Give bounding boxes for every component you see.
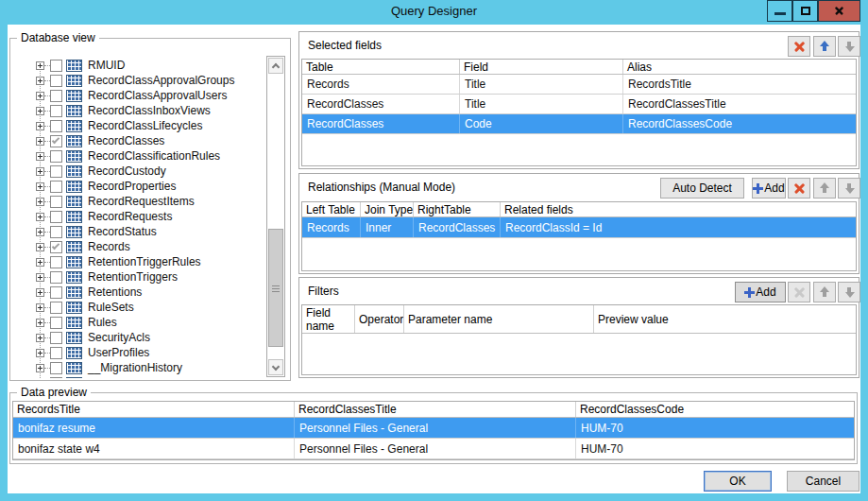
- expand-icon[interactable]: [36, 107, 44, 115]
- expand-icon[interactable]: [36, 92, 44, 100]
- cancel-button[interactable]: Cancel: [787, 471, 859, 492]
- tree-item[interactable]: RuleSets: [27, 300, 256, 315]
- expand-icon[interactable]: [36, 137, 44, 146]
- ok-button[interactable]: OK: [704, 471, 772, 492]
- delete-icon: [794, 287, 805, 298]
- auto-detect-button[interactable]: Auto Detect: [660, 178, 744, 199]
- expand-icon[interactable]: [36, 243, 44, 251]
- table-row[interactable]: RecordsInnerRecordClassesRecordClassId =…: [302, 217, 856, 238]
- tree-item[interactable]: RecordClassLifecycles: [27, 118, 256, 133]
- tree-checkbox[interactable]: [50, 181, 62, 193]
- tree-checkbox[interactable]: [50, 196, 62, 208]
- tree-checkbox[interactable]: [50, 256, 62, 268]
- tree-checkbox[interactable]: [50, 317, 62, 329]
- table-icon: [66, 90, 82, 102]
- expand-icon[interactable]: [36, 364, 44, 372]
- tree-checkbox[interactable]: [50, 105, 62, 117]
- expand-icon[interactable]: [36, 349, 44, 357]
- expand-icon[interactable]: [36, 319, 44, 327]
- expand-icon[interactable]: [36, 303, 44, 312]
- database-view-group: Database view RMUIDRecordClassApprovalGr…: [9, 38, 291, 381]
- tree-item[interactable]: RecordClassApprovalUsers: [27, 88, 256, 103]
- column-header: Join Type: [361, 202, 414, 216]
- tree-item[interactable]: UserProfiles: [27, 345, 256, 360]
- selected-fields-move-down-button[interactable]: [838, 36, 860, 57]
- tree-item[interactable]: Retentions: [27, 285, 256, 300]
- tree-checkbox[interactable]: [50, 347, 62, 359]
- expand-icon[interactable]: [36, 228, 44, 236]
- filters-move-down-button[interactable]: [838, 282, 860, 302]
- expand-icon[interactable]: [36, 152, 44, 161]
- tree-item[interactable]: RecordClassificationRules: [27, 148, 256, 164]
- expand-icon[interactable]: [36, 122, 44, 130]
- titlebar[interactable]: Query Designer: [0, 0, 868, 25]
- close-button[interactable]: [818, 0, 860, 22]
- tree-checkbox[interactable]: [50, 75, 62, 87]
- tree-checkbox[interactable]: [50, 165, 62, 178]
- tree-item[interactable]: [27, 375, 256, 378]
- expand-icon[interactable]: [36, 61, 44, 70]
- tree-item[interactable]: RecordStatus: [27, 224, 256, 239]
- selected-fields-delete-button[interactable]: [788, 36, 810, 57]
- tree-checkbox[interactable]: [50, 120, 62, 132]
- expand-icon[interactable]: [36, 288, 44, 297]
- tree-item[interactable]: SecurityAcls: [27, 330, 256, 345]
- tree-item[interactable]: RecordCustody: [27, 164, 256, 179]
- tree-checkbox[interactable]: [50, 377, 62, 379]
- filters-delete-button[interactable]: [788, 282, 810, 302]
- filters-move-up-button[interactable]: [813, 282, 836, 302]
- table-cell: RecordClassesTitle: [623, 95, 856, 113]
- tree-checkbox[interactable]: [50, 271, 62, 284]
- scroll-down-button[interactable]: [268, 359, 283, 375]
- table-row[interactable]: bonifaz resumePersonnel Files - GeneralH…: [13, 418, 854, 439]
- tree-item[interactable]: RMUID: [27, 58, 256, 73]
- tree-item[interactable]: Rules: [27, 315, 256, 330]
- tree-item[interactable]: RetentionTriggers: [27, 269, 256, 285]
- table-row[interactable]: RecordClassesCodeRecordClassesCode: [302, 114, 856, 134]
- tree-checkbox[interactable]: [50, 241, 62, 253]
- tree-item[interactable]: RecordClassApprovalGroups: [27, 73, 256, 88]
- tree-checkbox[interactable]: [50, 60, 62, 72]
- expand-icon[interactable]: [36, 198, 44, 206]
- scrollbar-thumb[interactable]: [268, 229, 283, 347]
- scroll-up-button[interactable]: [268, 58, 283, 74]
- tree-checkbox[interactable]: [50, 286, 62, 299]
- expand-icon[interactable]: [36, 182, 44, 191]
- relationships-add-button[interactable]: Add: [752, 178, 786, 199]
- table-row[interactable]: bonifaz state w4Personnel Files - Genera…: [13, 439, 854, 459]
- tree-checkbox[interactable]: [50, 135, 62, 147]
- minimize-button[interactable]: [767, 0, 792, 22]
- expand-icon[interactable]: [36, 77, 44, 85]
- tree-item[interactable]: RecordClassInboxViews: [27, 103, 256, 118]
- tree-item[interactable]: RecordClasses: [27, 133, 256, 148]
- tree-checkbox[interactable]: [50, 211, 62, 223]
- tree-checkbox[interactable]: [50, 226, 62, 238]
- tree-item[interactable]: RetentionTriggerRules: [27, 254, 256, 269]
- tree-checkbox[interactable]: [50, 332, 62, 344]
- table-header-row: Left TableJoin TypeRightTableRelated fie…: [302, 202, 856, 217]
- tree-checkbox[interactable]: [50, 362, 62, 374]
- expand-icon[interactable]: [36, 167, 44, 176]
- expand-icon[interactable]: [36, 213, 44, 221]
- relationships-move-down-button[interactable]: [838, 178, 860, 199]
- tree-checkbox[interactable]: [50, 150, 62, 163]
- relationships-delete-button[interactable]: [788, 178, 810, 199]
- tree-item[interactable]: __MigrationHistory: [27, 360, 256, 375]
- relationships-move-up-button[interactable]: [813, 178, 836, 199]
- expand-icon[interactable]: [36, 258, 44, 267]
- data-preview-table: RecordsTitleRecordClassesTitleRecordClas…: [12, 401, 855, 460]
- tree-scrollbar[interactable]: [266, 56, 285, 377]
- expand-icon[interactable]: [36, 334, 44, 342]
- maximize-button[interactable]: [792, 0, 818, 22]
- filters-add-button[interactable]: Add: [735, 282, 786, 302]
- tree-item[interactable]: Records: [27, 239, 256, 254]
- table-row[interactable]: RecordClassesTitleRecordClassesTitle: [302, 95, 856, 114]
- table-row[interactable]: RecordsTitleRecordsTitle: [302, 75, 856, 95]
- expand-icon[interactable]: [36, 273, 44, 282]
- tree-checkbox[interactable]: [50, 90, 62, 102]
- tree-item[interactable]: RecordProperties: [27, 179, 256, 194]
- tree-item[interactable]: RecordRequestItems: [27, 194, 256, 209]
- tree-checkbox[interactable]: [50, 302, 62, 314]
- selected-fields-move-up-button[interactable]: [813, 36, 836, 57]
- tree-item[interactable]: RecordRequests: [27, 209, 256, 224]
